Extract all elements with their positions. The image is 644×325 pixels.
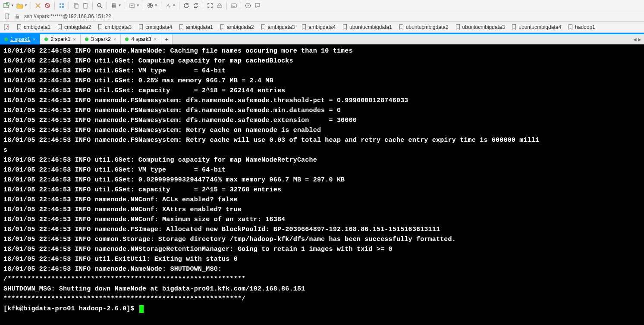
svg-rect-14 [113,6,115,8]
bookmark-icon [261,24,266,30]
bookmark-label: ambigdata1 [186,24,213,30]
session-tab[interactable]: 4 spark3× [121,34,161,44]
svg-rect-3 [60,3,61,5]
refresh-icon[interactable] [182,2,190,9]
terminal-log: 18/01/05 22:46:53 INFO namenode.NameNode… [3,46,641,304]
paste-icon[interactable] [82,2,89,9]
bookmark-label: cmbigdata2 [64,24,91,30]
bookmark-label: ambigdata3 [268,24,295,30]
bookmark-label: ubuntucmbigdata2 [406,24,449,30]
bookmark-icon [138,24,143,30]
bookmark-manager-icon[interactable] [3,23,10,31]
address-text[interactable]: ssh://spark:******@192.168.86.151:22 [24,13,111,19]
bookmark-item[interactable]: ambigdata2 [220,23,254,31]
tab-overflow-icon[interactable]: ◀ ▶ [631,34,644,44]
dropdown-icon[interactable]: ▼ [118,3,122,7]
shell-prompt: [kfk@bigdata-pro01 hadoop-2.6.0]$ [3,304,138,314]
bookmark-label: ubuntucmbigdata3 [462,24,505,30]
dropdown-icon[interactable]: ▼ [154,3,158,7]
new-tab-button[interactable]: + [161,34,173,44]
copy-icon[interactable] [72,2,80,9]
tab-label: 4 spark3 [131,36,151,42]
keyboard-icon[interactable] [230,2,238,9]
profiles-icon[interactable] [58,2,66,9]
chat-icon[interactable] [254,2,261,9]
tab-label: 3 spark2 [91,36,111,42]
bookmark-label: cmbigdata4 [145,24,172,30]
bookmark-item[interactable]: ambigdata3 [261,23,295,31]
bookmark-icon [302,24,306,30]
sync-icon[interactable] [192,2,200,9]
svg-rect-4 [62,3,64,5]
close-icon[interactable]: × [113,37,116,42]
font-icon[interactable]: A [164,2,172,9]
bookmark-icon [399,24,404,30]
session-tab[interactable]: 2 spark1× [40,34,80,44]
bookmark-item[interactable]: cmbigdata1 [16,23,51,31]
svg-rect-21 [16,16,19,19]
open-icon[interactable] [16,2,24,9]
main-toolbar: ▼ ▼ ▼ ▼ ▼ A ▼ [0,0,644,11]
dropdown-icon[interactable]: ▼ [24,3,28,7]
search-icon[interactable] [96,2,104,9]
bookmark-icon [17,24,22,30]
add-bookmark-icon[interactable] [3,13,10,20]
disconnect-icon[interactable] [44,2,51,9]
tab-label: 2 spark1 [50,36,70,42]
bookmark-icon [512,24,516,30]
svg-rect-6 [62,6,64,8]
fullscreen-icon[interactable] [206,2,214,9]
bookmark-item[interactable]: ubuntucmbigdata3 [455,23,506,31]
close-icon[interactable]: × [154,37,156,42]
bookmark-item[interactable]: hadoop1 [568,23,596,31]
ssl-lock-icon [14,13,21,20]
svg-rect-9 [84,3,87,8]
new-session-icon[interactable] [3,2,10,9]
bookmark-icon [98,24,103,30]
bookmark-item[interactable]: cmbigdata2 [57,23,91,31]
reconnect-icon[interactable] [34,2,42,9]
tab-label: 1 spark1 [10,36,30,42]
svg-rect-5 [60,6,61,8]
svg-rect-17 [218,5,221,8]
bookmark-icon [220,24,225,30]
bookmark-item[interactable]: ambigdata4 [301,23,336,31]
svg-rect-10 [85,3,86,4]
bookmark-icon [456,24,460,30]
status-dot-icon [125,38,129,41]
bookmark-icon [568,24,573,30]
svg-point-11 [97,3,101,7]
close-icon[interactable]: × [73,37,76,42]
bookmark-label: ambigdata4 [308,24,336,30]
lock-icon[interactable] [216,2,223,9]
status-dot-icon [85,38,88,41]
bookmark-item[interactable]: cmbigdata4 [138,23,173,31]
bookmark-icon [342,24,347,30]
dropdown-icon[interactable]: ▼ [173,3,176,7]
bookmark-item[interactable]: ubuntucmbigdata1 [342,23,393,31]
dropdown-icon[interactable]: ▼ [136,3,140,7]
svg-text:?: ? [247,4,249,8]
bookmark-label: ambigdata2 [227,24,254,30]
svg-rect-13 [113,3,115,5]
session-tab[interactable]: 3 spark2× [81,34,121,44]
print-icon[interactable] [110,2,118,9]
help-icon[interactable]: ? [244,2,252,9]
status-dot-icon [44,38,48,41]
session-tab[interactable]: 1 spark1× [0,34,40,44]
bookmark-item[interactable]: ubuntucmbigdata4 [511,23,562,31]
globe-icon[interactable] [146,2,154,9]
bookmark-item[interactable]: cmbigdata3 [97,23,132,31]
encoding-icon[interactable] [128,2,136,9]
bookmark-label: ubuntucmbigdata4 [518,24,561,30]
address-bar: ssh://spark:******@192.168.86.151:22 [0,11,644,22]
bookmark-label: hadoop1 [575,24,595,30]
terminal-output[interactable]: 18/01/05 22:46:53 INFO namenode.NameNode… [0,44,644,325]
svg-rect-8 [75,4,78,8]
svg-rect-18 [231,4,236,7]
close-icon[interactable]: × [33,37,35,42]
dropdown-icon[interactable]: ▼ [11,3,14,7]
bookmark-label: cmbigdata3 [105,24,132,30]
bookmark-item[interactable]: ambigdata1 [179,23,214,31]
bookmark-item[interactable]: ubuntucmbigdata2 [399,23,449,31]
